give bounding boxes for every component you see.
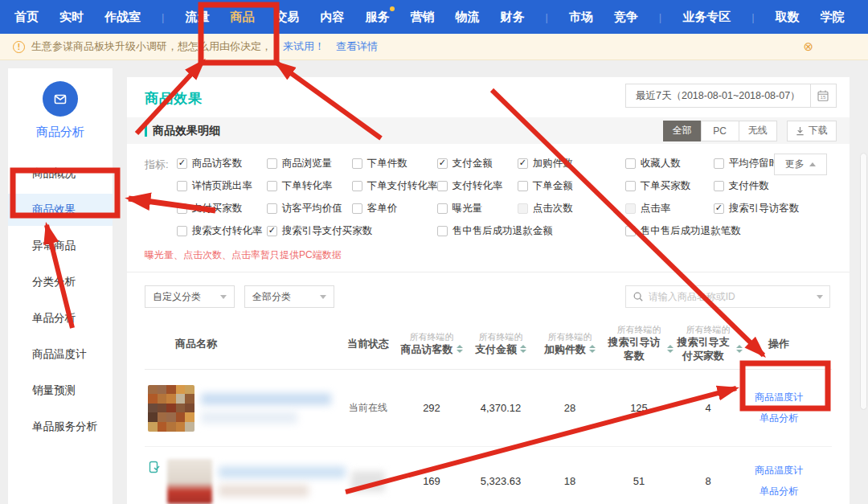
checkbox[interactable] — [267, 226, 277, 236]
sort-icon[interactable] — [457, 345, 463, 353]
nav-item-竞争[interactable]: 竞争 — [614, 10, 638, 25]
nav-item-商品[interactable]: 商品 — [230, 10, 254, 25]
sidebar-item-单品服务分析[interactable]: 单品服务分析 — [8, 411, 113, 443]
date-range-picker[interactable]: 最近7天（2018-08-01~2018-08-07） 15 — [625, 84, 837, 108]
single-item-analysis-link[interactable]: 单品分析 — [743, 412, 815, 425]
metric-点击率[interactable]: 点击率 — [625, 202, 714, 215]
metric-收藏人数[interactable]: 收藏人数 — [625, 157, 714, 170]
metric-曝光量[interactable]: 曝光量 — [437, 202, 518, 215]
checkbox[interactable] — [714, 203, 724, 214]
nav-item-业务专区[interactable]: 业务专区 — [682, 10, 731, 25]
metric-支付金额[interactable]: 支付金额 — [437, 157, 518, 170]
metric-支付件数[interactable]: 支付件数 — [714, 179, 842, 193]
search-input[interactable] — [649, 291, 812, 302]
sidebar-item-商品概况[interactable]: 商品概况 — [8, 158, 113, 190]
checkbox[interactable] — [267, 181, 277, 191]
checkbox[interactable] — [267, 158, 277, 169]
metric-支付转化率[interactable]: 支付转化率 — [437, 179, 518, 193]
metric-售中售后成功退款笔数[interactable]: 售中售后成功退款笔数 — [625, 224, 842, 238]
calendar-icon[interactable]: 15 — [810, 84, 836, 107]
checkbox[interactable] — [625, 158, 636, 169]
checkbox[interactable] — [177, 203, 187, 214]
checkbox[interactable] — [352, 203, 362, 214]
sidebar-item-商品温度计[interactable]: 商品温度计 — [8, 338, 113, 371]
checkbox[interactable] — [714, 158, 724, 169]
metric-客单价[interactable]: 客单价 — [352, 202, 437, 215]
nav-item-交易[interactable]: 交易 — [275, 10, 299, 25]
sidebar-item-销量预测[interactable]: 销量预测 — [8, 375, 113, 407]
metric-访客平均价值[interactable]: 访客平均价值 — [267, 202, 352, 215]
thermometer-link[interactable]: 商品温度计 — [743, 464, 815, 477]
nav-item-实时[interactable]: 实时 — [59, 10, 84, 25]
nav-item-营销[interactable]: 营销 — [410, 10, 434, 25]
metric-详情页跳出率[interactable]: 详情页跳出率 — [177, 179, 267, 193]
nav-item-首页[interactable]: 首页 — [14, 10, 39, 25]
checkbox[interactable] — [177, 158, 187, 169]
all-category-dropdown[interactable]: 全部分类 — [244, 285, 334, 308]
sort-icon[interactable] — [736, 345, 743, 353]
metric-下单买家数[interactable]: 下单买家数 — [625, 179, 714, 193]
nav-item-作战室[interactable]: 作战室 — [104, 10, 141, 25]
checkbox[interactable] — [437, 226, 448, 236]
checkbox[interactable] — [352, 181, 362, 191]
metric-支付买家数[interactable]: 支付买家数 — [177, 202, 267, 215]
notice-trial-link[interactable]: 来试用！ — [283, 39, 325, 54]
checkbox[interactable] — [437, 181, 448, 191]
metric-下单转化率[interactable]: 下单转化率 — [267, 179, 352, 193]
terminal-tab-全部[interactable]: 全部 — [663, 121, 702, 141]
metric-商品访客数[interactable]: 商品访客数 — [177, 157, 267, 170]
sidebar-item-分类分析[interactable]: 分类分析 — [8, 266, 113, 298]
checkbox[interactable] — [625, 226, 636, 236]
scrollbar-thumb[interactable] — [860, 153, 867, 410]
nav-item-学院[interactable]: 学院 — [821, 10, 845, 25]
nav-item-物流[interactable]: 物流 — [455, 10, 479, 25]
checkbox[interactable] — [437, 203, 448, 214]
checkbox[interactable] — [625, 203, 636, 214]
metric-加购件数[interactable]: 加购件数 — [518, 157, 625, 170]
sort-icon[interactable] — [667, 345, 674, 353]
checkbox[interactable] — [518, 158, 528, 169]
terminal-tab-无线[interactable]: 无线 — [739, 121, 777, 141]
single-item-analysis-link[interactable]: 单品分析 — [743, 485, 815, 498]
metric-搜索支付转化率[interactable]: 搜索支付转化率 — [177, 224, 267, 238]
metric-下单金额[interactable]: 下单金额 — [518, 179, 625, 193]
metric-下单件数[interactable]: 下单件数 — [352, 157, 437, 170]
checkbox[interactable] — [437, 158, 448, 169]
checkbox[interactable] — [267, 203, 277, 214]
thermometer-link[interactable]: 商品温度计 — [743, 391, 815, 404]
checkbox[interactable] — [518, 181, 528, 191]
metric-点击次数[interactable]: 点击次数 — [518, 202, 625, 215]
sort-icon[interactable] — [520, 345, 526, 353]
sort-icon[interactable] — [589, 345, 596, 353]
close-icon[interactable]: ⊗ — [803, 39, 813, 54]
metric-售中售后成功退款金额[interactable]: 售中售后成功退款金额 — [437, 224, 625, 238]
nav-item-服务[interactable]: 服务 — [365, 10, 389, 25]
checkbox[interactable] — [518, 203, 528, 214]
metric-商品浏览量[interactable]: 商品浏览量 — [267, 157, 352, 170]
nav-item-市场[interactable]: 市场 — [569, 10, 593, 25]
checkbox[interactable] — [714, 181, 724, 191]
checkbox[interactable] — [352, 158, 362, 169]
checkbox[interactable] — [177, 226, 187, 236]
nav-item-流量[interactable]: 流量 — [185, 10, 209, 25]
sidebar-item-商品效果[interactable]: 商品效果 — [8, 194, 113, 226]
metric-下单支付转化率[interactable]: 下单支付转化率 — [352, 179, 437, 193]
download-button[interactable]: 下载 — [787, 121, 837, 141]
col-header-当前状态: 当前状态 — [339, 337, 397, 350]
nav-item-取数[interactable]: 取数 — [776, 10, 800, 25]
metric-搜索引导支付买家数[interactable]: 搜索引导支付买家数 — [267, 224, 437, 238]
custom-category-dropdown[interactable]: 自定义分类 — [145, 285, 235, 308]
notice-detail-link[interactable]: 查看详情 — [336, 39, 378, 54]
nav-item-财务[interactable]: 财务 — [500, 10, 524, 25]
metric-label: 下单支付转化率 — [367, 179, 438, 193]
nav-item-内容[interactable]: 内容 — [320, 10, 344, 25]
checkbox[interactable] — [625, 181, 636, 191]
metric-搜索引导访客数[interactable]: 搜索引导访客数 — [714, 202, 842, 215]
sidebar-item-异常商品[interactable]: 异常商品 — [8, 230, 113, 262]
metric-label: 搜索支付转化率 — [192, 224, 263, 238]
terminal-tab-PC[interactable]: PC — [701, 121, 739, 141]
checkbox[interactable] — [177, 181, 187, 191]
product-search-box[interactable] — [625, 285, 830, 308]
sidebar-item-单品分析[interactable]: 单品分析 — [8, 302, 113, 334]
more-metrics-button[interactable]: 更多 — [774, 154, 827, 175]
